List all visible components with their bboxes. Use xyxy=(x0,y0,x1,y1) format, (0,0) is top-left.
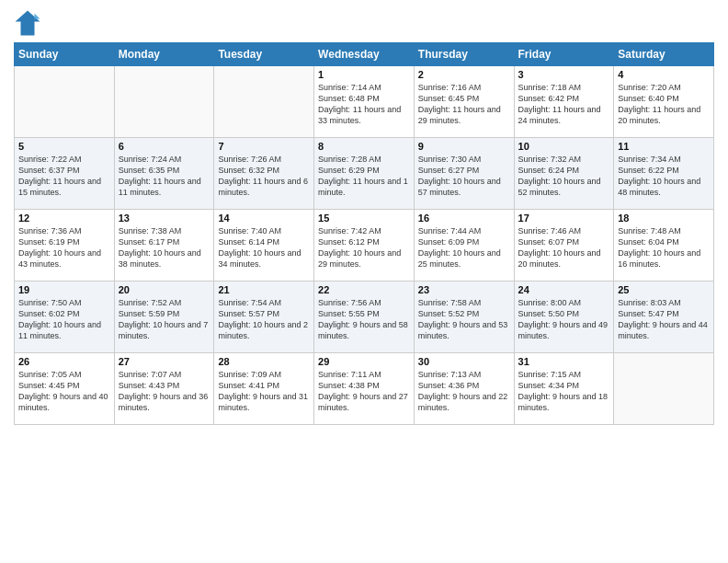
day-number: 16 xyxy=(418,213,510,224)
calendar-cell: 20Sunrise: 7:52 AM Sunset: 5:59 PM Dayli… xyxy=(114,282,214,353)
week-row-2: 5Sunrise: 7:22 AM Sunset: 6:37 PM Daylig… xyxy=(15,138,714,210)
day-number: 19 xyxy=(18,284,110,295)
weekday-header-saturday: Saturday xyxy=(614,43,714,66)
day-info: Sunrise: 7:38 AM Sunset: 6:17 PM Dayligh… xyxy=(119,225,210,270)
weekday-header-wednesday: Wednesday xyxy=(314,43,415,66)
day-number: 6 xyxy=(119,141,210,152)
calendar-cell: 31Sunrise: 7:15 AM Sunset: 4:34 PM Dayli… xyxy=(514,353,614,425)
day-number: 3 xyxy=(518,69,610,80)
day-number: 4 xyxy=(618,69,710,80)
day-info: Sunrise: 7:46 AM Sunset: 6:07 PM Dayligh… xyxy=(518,225,610,270)
day-number: 24 xyxy=(518,284,610,295)
day-info: Sunrise: 7:26 AM Sunset: 6:32 PM Dayligh… xyxy=(218,154,310,199)
calendar-cell: 2Sunrise: 7:16 AM Sunset: 6:45 PM Daylig… xyxy=(414,66,514,138)
calendar-cell: 18Sunrise: 7:48 AM Sunset: 6:04 PM Dayli… xyxy=(614,210,714,282)
week-row-4: 19Sunrise: 7:50 AM Sunset: 6:02 PM Dayli… xyxy=(15,282,714,353)
week-row-5: 26Sunrise: 7:05 AM Sunset: 4:45 PM Dayli… xyxy=(15,353,714,425)
calendar-cell: 23Sunrise: 7:58 AM Sunset: 5:52 PM Dayli… xyxy=(414,282,514,353)
calendar-cell: 30Sunrise: 7:13 AM Sunset: 4:36 PM Dayli… xyxy=(414,353,514,425)
day-number: 5 xyxy=(18,141,110,152)
calendar-cell: 13Sunrise: 7:38 AM Sunset: 6:17 PM Dayli… xyxy=(114,210,214,282)
weekday-header-thursday: Thursday xyxy=(414,43,514,66)
day-number: 27 xyxy=(119,356,210,367)
calendar-cell: 25Sunrise: 8:03 AM Sunset: 5:47 PM Dayli… xyxy=(614,282,714,353)
day-number: 12 xyxy=(18,213,110,224)
day-number: 1 xyxy=(318,69,410,80)
week-row-3: 12Sunrise: 7:36 AM Sunset: 6:19 PM Dayli… xyxy=(15,210,714,282)
day-number: 11 xyxy=(618,141,710,152)
calendar-cell: 16Sunrise: 7:44 AM Sunset: 6:09 PM Dayli… xyxy=(414,210,514,282)
calendar-cell: 29Sunrise: 7:11 AM Sunset: 4:38 PM Dayli… xyxy=(314,353,415,425)
day-info: Sunrise: 7:14 AM Sunset: 6:48 PM Dayligh… xyxy=(318,82,410,127)
day-info: Sunrise: 7:13 AM Sunset: 4:36 PM Dayligh… xyxy=(418,369,510,414)
calendar-cell: 3Sunrise: 7:18 AM Sunset: 6:42 PM Daylig… xyxy=(514,66,614,138)
calendar-cell: 12Sunrise: 7:36 AM Sunset: 6:19 PM Dayli… xyxy=(15,210,115,282)
day-info: Sunrise: 7:11 AM Sunset: 4:38 PM Dayligh… xyxy=(318,369,410,414)
logo-icon xyxy=(14,9,41,37)
day-info: Sunrise: 7:16 AM Sunset: 6:45 PM Dayligh… xyxy=(418,82,510,127)
calendar-cell: 5Sunrise: 7:22 AM Sunset: 6:37 PM Daylig… xyxy=(15,138,115,210)
day-info: Sunrise: 7:44 AM Sunset: 6:09 PM Dayligh… xyxy=(418,225,510,270)
day-number: 25 xyxy=(618,284,710,295)
day-info: Sunrise: 7:54 AM Sunset: 5:57 PM Dayligh… xyxy=(218,297,310,342)
calendar-cell: 22Sunrise: 7:56 AM Sunset: 5:55 PM Dayli… xyxy=(314,282,415,353)
day-info: Sunrise: 7:18 AM Sunset: 6:42 PM Dayligh… xyxy=(518,82,610,127)
day-info: Sunrise: 7:36 AM Sunset: 6:19 PM Dayligh… xyxy=(18,225,110,270)
day-info: Sunrise: 8:00 AM Sunset: 5:50 PM Dayligh… xyxy=(518,297,610,342)
calendar-cell: 27Sunrise: 7:07 AM Sunset: 4:43 PM Dayli… xyxy=(114,353,214,425)
day-number: 17 xyxy=(518,213,610,224)
page: SundayMondayTuesdayWednesdayThursdayFrid… xyxy=(0,0,728,563)
calendar-cell: 28Sunrise: 7:09 AM Sunset: 4:41 PM Dayli… xyxy=(214,353,314,425)
day-info: Sunrise: 7:32 AM Sunset: 6:24 PM Dayligh… xyxy=(518,154,610,199)
day-info: Sunrise: 7:52 AM Sunset: 5:59 PM Dayligh… xyxy=(119,297,210,342)
day-number: 14 xyxy=(218,213,310,224)
calendar-cell xyxy=(114,66,214,138)
calendar-cell: 15Sunrise: 7:42 AM Sunset: 6:12 PM Dayli… xyxy=(314,210,415,282)
day-number: 30 xyxy=(418,356,510,367)
calendar-cell: 9Sunrise: 7:30 AM Sunset: 6:27 PM Daylig… xyxy=(414,138,514,210)
day-info: Sunrise: 7:50 AM Sunset: 6:02 PM Dayligh… xyxy=(18,297,110,342)
weekday-header-tuesday: Tuesday xyxy=(214,43,314,66)
day-info: Sunrise: 7:58 AM Sunset: 5:52 PM Dayligh… xyxy=(418,297,510,342)
day-info: Sunrise: 7:09 AM Sunset: 4:41 PM Dayligh… xyxy=(218,369,310,414)
calendar-cell xyxy=(214,66,314,138)
day-info: Sunrise: 7:22 AM Sunset: 6:37 PM Dayligh… xyxy=(18,154,110,199)
calendar-cell xyxy=(15,66,115,138)
day-info: Sunrise: 7:20 AM Sunset: 6:40 PM Dayligh… xyxy=(618,82,710,127)
calendar-cell: 1Sunrise: 7:14 AM Sunset: 6:48 PM Daylig… xyxy=(314,66,415,138)
day-info: Sunrise: 7:42 AM Sunset: 6:12 PM Dayligh… xyxy=(318,225,410,270)
weekday-header-sunday: Sunday xyxy=(15,43,115,66)
calendar-cell: 17Sunrise: 7:46 AM Sunset: 6:07 PM Dayli… xyxy=(514,210,614,282)
day-number: 26 xyxy=(18,356,110,367)
day-info: Sunrise: 7:05 AM Sunset: 4:45 PM Dayligh… xyxy=(18,369,110,414)
day-number: 20 xyxy=(119,284,210,295)
day-number: 31 xyxy=(518,356,610,367)
day-info: Sunrise: 7:07 AM Sunset: 4:43 PM Dayligh… xyxy=(119,369,210,414)
day-number: 10 xyxy=(518,141,610,152)
logo xyxy=(14,9,45,37)
calendar-cell: 14Sunrise: 7:40 AM Sunset: 6:14 PM Dayli… xyxy=(214,210,314,282)
day-info: Sunrise: 7:48 AM Sunset: 6:04 PM Dayligh… xyxy=(618,225,710,270)
svg-marker-0 xyxy=(16,11,40,36)
day-info: Sunrise: 7:34 AM Sunset: 6:22 PM Dayligh… xyxy=(618,154,710,199)
calendar-cell: 21Sunrise: 7:54 AM Sunset: 5:57 PM Dayli… xyxy=(214,282,314,353)
day-number: 7 xyxy=(218,141,310,152)
weekday-header-row: SundayMondayTuesdayWednesdayThursdayFrid… xyxy=(15,43,714,66)
calendar-cell: 7Sunrise: 7:26 AM Sunset: 6:32 PM Daylig… xyxy=(214,138,314,210)
day-number: 9 xyxy=(418,141,510,152)
calendar-cell: 26Sunrise: 7:05 AM Sunset: 4:45 PM Dayli… xyxy=(15,353,115,425)
week-row-1: 1Sunrise: 7:14 AM Sunset: 6:48 PM Daylig… xyxy=(15,66,714,138)
day-info: Sunrise: 7:56 AM Sunset: 5:55 PM Dayligh… xyxy=(318,297,410,342)
calendar-cell: 24Sunrise: 8:00 AM Sunset: 5:50 PM Dayli… xyxy=(514,282,614,353)
day-info: Sunrise: 7:15 AM Sunset: 4:34 PM Dayligh… xyxy=(518,369,610,414)
header xyxy=(14,9,714,37)
calendar: SundayMondayTuesdayWednesdayThursdayFrid… xyxy=(14,42,714,425)
day-number: 8 xyxy=(318,141,410,152)
day-info: Sunrise: 7:24 AM Sunset: 6:35 PM Dayligh… xyxy=(119,154,210,199)
calendar-cell: 19Sunrise: 7:50 AM Sunset: 6:02 PM Dayli… xyxy=(15,282,115,353)
day-number: 29 xyxy=(318,356,410,367)
day-info: Sunrise: 7:40 AM Sunset: 6:14 PM Dayligh… xyxy=(218,225,310,270)
day-number: 22 xyxy=(318,284,410,295)
day-number: 13 xyxy=(119,213,210,224)
day-number: 28 xyxy=(218,356,310,367)
